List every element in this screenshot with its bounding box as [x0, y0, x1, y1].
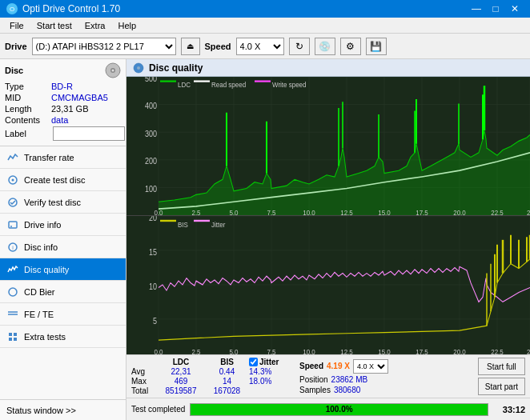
sidebar-item-fe-te[interactable]: FE / TE	[0, 303, 126, 326]
menu-extra[interactable]: Extra	[78, 19, 112, 32]
maximize-button[interactable]: □	[487, 0, 504, 18]
contents-label: Contents	[5, 115, 51, 125]
verify-disc-icon	[6, 196, 19, 209]
disc-length-row: Length 23,31 GB	[5, 104, 121, 114]
svg-text:10.0: 10.0	[303, 347, 315, 354]
svg-text:7.5: 7.5	[267, 347, 275, 354]
disc-quality-icon	[6, 263, 19, 276]
progress-bar: 100.0%	[190, 403, 488, 416]
sidebar-item-disc-quality[interactable]: Disc quality	[0, 258, 126, 281]
type-value: BD-R	[51, 82, 73, 91]
nav-label-verify-test-disc: Verify test disc	[24, 198, 81, 207]
drive-info-icon	[6, 218, 19, 231]
sidebar-item-extra-tests[interactable]: Extra tests	[0, 326, 126, 348]
sidebar-item-verify-test-disc[interactable]: Verify test disc	[0, 191, 126, 214]
jitter-checkbox[interactable]	[249, 358, 258, 366]
status-window-button[interactable]: Status window >>	[0, 399, 126, 420]
start-full-button[interactable]: Start full	[478, 358, 525, 375]
svg-text:7.5: 7.5	[267, 209, 275, 215]
avg-jitter: 14.3%	[249, 367, 271, 376]
bottom-chart-svg: 20 15 10 5 20% 16% 12% 8% 4%	[126, 216, 530, 354]
avg-ldc: 22,31	[157, 367, 205, 376]
svg-text:400: 400	[145, 102, 157, 111]
disc-label-label: Label	[5, 129, 51, 138]
speed-select[interactable]: 4.0 X	[236, 38, 284, 55]
disc-label-input[interactable]	[53, 126, 125, 141]
svg-text:0.0: 0.0	[154, 347, 163, 354]
svg-text:20.0: 20.0	[453, 209, 466, 215]
total-bis: 167028	[205, 386, 249, 395]
svg-text:12.5: 12.5	[340, 209, 353, 215]
samples-label: Samples	[299, 386, 331, 394]
transfer-rate-icon	[6, 151, 19, 164]
minimize-button[interactable]: —	[468, 0, 485, 18]
sidebar: Disc Type BD-R MID CMCMAGBA5 Length	[0, 59, 126, 420]
svg-text:2.5: 2.5	[191, 347, 200, 354]
row-total-label: Total	[131, 386, 157, 395]
svg-rect-60	[160, 80, 176, 82]
nav-label-extra-tests: Extra tests	[24, 332, 66, 342]
mid-label: MID	[5, 93, 51, 102]
samples-value: 380680	[334, 386, 360, 394]
sidebar-item-cd-bier[interactable]: CD Bier	[0, 281, 126, 303]
close-button[interactable]: ✕	[506, 0, 524, 18]
save-button[interactable]: 💾	[366, 38, 387, 55]
svg-text:Write speed: Write speed	[272, 81, 307, 90]
svg-point-16	[137, 66, 140, 70]
svg-text:Read speed: Read speed	[211, 81, 246, 90]
app-title: Opti Drive Control 1.70	[22, 3, 120, 14]
refresh-button[interactable]: ↻	[289, 38, 310, 55]
disc-header: Disc	[5, 62, 121, 78]
svg-rect-64	[255, 80, 271, 82]
fe-te-icon	[6, 308, 19, 321]
drive-select[interactable]: (D:) ATAPI iHBS312 2 PL17	[32, 38, 176, 55]
svg-text:25.0 GB: 25.0 GB	[527, 209, 530, 215]
svg-point-7	[10, 226, 12, 227]
disc-mid-row: MID CMCMAGBA5	[5, 93, 121, 102]
max-bis: 14	[205, 377, 249, 386]
svg-rect-62	[194, 80, 210, 82]
settings-button[interactable]: ⚙	[340, 38, 361, 55]
sidebar-item-disc-info[interactable]: i Disc info	[0, 236, 126, 258]
sidebar-item-drive-info[interactable]: Drive info	[0, 214, 126, 236]
speed-select[interactable]: 4.0 X	[353, 359, 388, 374]
disc-title: Disc	[5, 66, 23, 75]
svg-rect-13	[9, 338, 12, 341]
type-label: Type	[5, 82, 51, 91]
start-part-button[interactable]: Start part	[478, 378, 525, 395]
disc-button[interactable]: 💿	[315, 38, 335, 55]
max-ldc: 469	[157, 377, 205, 386]
status-window-label: Status window >>	[6, 406, 76, 415]
title-bar-controls: — □ ✕	[468, 0, 524, 18]
total-ldc: 8519587	[157, 386, 205, 395]
app-icon: O	[6, 3, 18, 14]
length-label: Length	[5, 104, 51, 114]
position-label: Position	[299, 375, 328, 384]
drive-label: Drive	[5, 42, 27, 51]
svg-text:15: 15	[149, 247, 157, 257]
charts-area: 500 400 300 200 100 18X 16X 14X 12X 10X …	[126, 77, 530, 354]
row-avg-label: Avg	[131, 367, 157, 376]
svg-text:LDC: LDC	[178, 81, 191, 90]
eject-button[interactable]: ⏏	[181, 38, 200, 55]
length-value: 23,31 GB	[51, 104, 88, 114]
create-disc-icon	[6, 174, 19, 186]
menu-help[interactable]: Help	[111, 19, 143, 32]
sidebar-item-create-test-disc[interactable]: Create test disc	[0, 169, 126, 191]
svg-text:5.0: 5.0	[229, 209, 238, 215]
nav-label-cd-bier: CD Bier	[24, 287, 55, 297]
svg-text:17.5: 17.5	[416, 347, 428, 354]
svg-text:10: 10	[149, 282, 157, 291]
svg-text:2.5: 2.5	[191, 209, 200, 215]
menu-start-test[interactable]: Start test	[30, 19, 78, 32]
svg-text:100: 100	[145, 185, 157, 194]
menu-file[interactable]: File	[3, 19, 30, 32]
svg-text:500: 500	[145, 77, 157, 83]
svg-text:15.0: 15.0	[378, 209, 391, 215]
sidebar-item-transfer-rate[interactable]: Transfer rate	[0, 146, 126, 169]
col-bis: BIS	[205, 358, 249, 366]
cd-bier-icon	[6, 286, 19, 298]
content-area: Disc quality	[126, 59, 530, 420]
svg-text:300: 300	[145, 129, 157, 138]
speed-col-label: Speed	[299, 362, 323, 370]
